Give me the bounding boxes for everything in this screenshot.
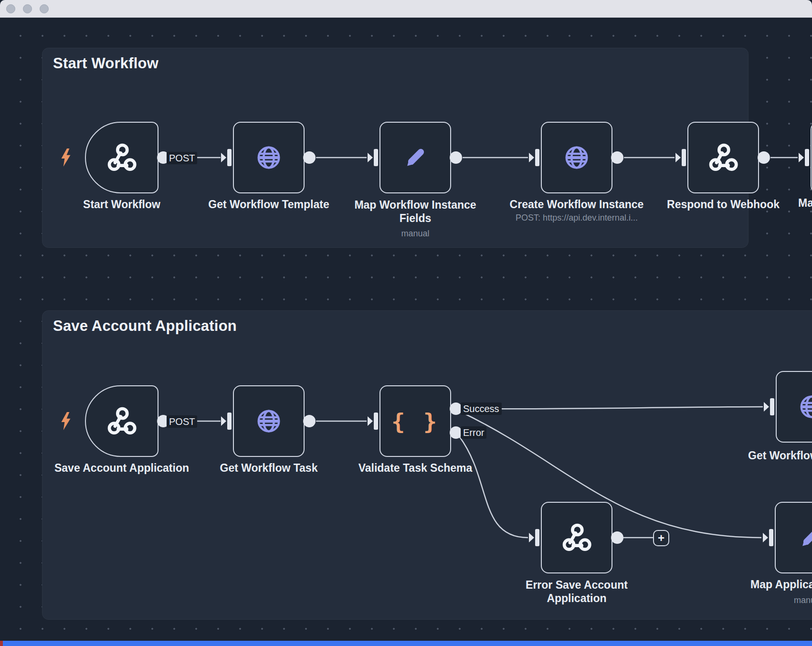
node-map-workflow-instance-fields[interactable]: Map Workflow Instance Fields manual — [380, 122, 451, 193]
output-port[interactable] — [611, 151, 623, 164]
node-sublabel: POST: https://api.dev.internal.i... — [510, 213, 644, 223]
wire-success-to-getworkflow — [463, 407, 763, 409]
pencil-icon — [797, 524, 812, 551]
input-port[interactable] — [675, 147, 687, 169]
trigger-bolt-icon — [60, 148, 72, 167]
node-create-workflow-instance[interactable]: Create Workflow Instance POST: https://a… — [541, 122, 612, 193]
node-get-workflow-task[interactable]: Get Workflow Task — [233, 385, 305, 457]
node-get-workflow-template[interactable]: Get Workflow Template — [233, 122, 305, 193]
output-label-error: Error — [461, 426, 486, 439]
node-label: Create Workflow Instance POST: https://a… — [510, 198, 644, 223]
output-port[interactable] — [303, 415, 316, 427]
node-box[interactable] — [775, 502, 812, 573]
input-port[interactable] — [367, 410, 380, 432]
node-label-clipped: Get Workflow — [748, 449, 812, 462]
connection-lines — [0, 0, 812, 646]
node-box[interactable] — [541, 122, 612, 193]
globe-icon — [254, 143, 283, 172]
globe-icon — [562, 143, 591, 172]
node-start-workflow[interactable]: POST Start Workflow — [85, 122, 158, 193]
node-label: Start Workflow — [83, 198, 160, 211]
output-port[interactable] — [450, 151, 462, 164]
input-port[interactable] — [528, 147, 541, 169]
node-validate-task-schema[interactable]: { } Success Error Validate Task Schema — [380, 385, 451, 457]
node-label: Respond to Webhook — [667, 198, 780, 211]
node-box[interactable] — [687, 122, 759, 193]
node-sublabel: manual — [341, 227, 490, 240]
trigger-bolt-icon — [60, 412, 72, 431]
node-box[interactable] — [233, 122, 305, 193]
node-sublabel-clipped: manual — [794, 595, 812, 605]
add-node-button[interactable]: + — [653, 530, 669, 546]
bottom-accent-bar — [3, 641, 812, 646]
window-close-button[interactable] — [6, 4, 15, 13]
input-port[interactable] — [367, 147, 380, 169]
output-label-success: Success — [461, 402, 502, 415]
node-label: Get Workflow Template — [208, 198, 329, 211]
node-respond-to-webhook[interactable]: Respond to Webhook — [687, 122, 759, 193]
node-map-application-clipped[interactable] — [775, 502, 812, 573]
input-port[interactable] — [763, 396, 776, 418]
webhook-icon — [106, 406, 137, 436]
method-badge: POST — [167, 415, 197, 428]
node-box[interactable] — [85, 385, 158, 457]
input-port[interactable] — [798, 147, 811, 169]
node-label-clipped: Map Application — [750, 578, 812, 591]
braces-icon: { } — [391, 408, 439, 434]
output-port[interactable] — [611, 531, 623, 544]
webhook-icon — [561, 522, 592, 553]
node-label: Map Workflow Instance Fields manual — [341, 198, 490, 240]
window-minimize-button[interactable] — [23, 4, 32, 13]
node-label-clipped: Map — [798, 197, 812, 210]
webhook-icon — [106, 142, 137, 173]
node-label: Get Workflow Task — [220, 462, 318, 475]
bottom-bar-left-tip — [0, 641, 3, 646]
globe-icon — [797, 392, 812, 421]
node-box[interactable] — [85, 122, 158, 193]
node-label: Error Save Account Application — [510, 578, 643, 605]
input-port[interactable] — [528, 527, 541, 549]
node-label-text: Create Workflow Instance — [510, 198, 644, 211]
node-get-workflow-clipped[interactable] — [776, 371, 812, 443]
pencil-icon — [401, 144, 429, 171]
input-port[interactable] — [221, 410, 233, 432]
window-zoom-button[interactable] — [40, 4, 49, 13]
window-titlebar — [0, 0, 812, 18]
webhook-icon — [708, 142, 738, 173]
globe-icon — [254, 407, 283, 435]
workflow-canvas[interactable]: Start Workflow Save Account Application — [0, 0, 812, 646]
input-port[interactable] — [221, 147, 233, 169]
node-label: Validate Task Schema — [359, 462, 473, 475]
node-box[interactable] — [380, 122, 451, 193]
method-badge: POST — [167, 152, 197, 164]
node-save-account-application[interactable]: POST Save Account Application — [85, 385, 158, 457]
wire-error-to-errornode — [459, 436, 528, 538]
node-box[interactable]: { } — [380, 385, 451, 457]
node-box[interactable] — [776, 371, 812, 443]
input-port[interactable] — [762, 527, 775, 549]
node-box[interactable] — [541, 502, 612, 573]
node-label-text: Map Workflow Instance Fields — [354, 199, 476, 224]
node-error-save-account-application[interactable]: Error Save Account Application — [541, 502, 612, 573]
node-label: Save Account Application — [54, 462, 189, 475]
output-port[interactable] — [758, 151, 770, 164]
output-port[interactable] — [303, 151, 316, 164]
node-box[interactable] — [233, 385, 305, 457]
